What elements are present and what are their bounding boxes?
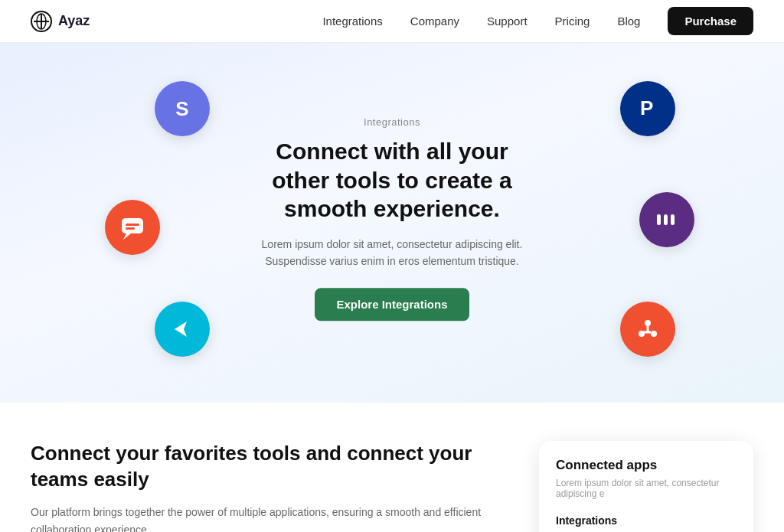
nav-pricing[interactable]: Pricing xyxy=(555,15,590,28)
svg-rect-12 xyxy=(657,214,661,218)
lower-left: Connect your favorites tools and connect… xyxy=(31,441,493,532)
svg-rect-11 xyxy=(671,214,675,225)
stripe-icon: S xyxy=(155,81,210,136)
integrations-hero: S P xyxy=(0,43,784,403)
svg-marker-6 xyxy=(123,233,131,240)
svg-point-15 xyxy=(645,320,651,326)
nav-company[interactable]: Company xyxy=(410,15,459,28)
lower-section: Connect your favorites tools and connect… xyxy=(0,403,784,532)
nav-blog[interactable]: Blog xyxy=(617,15,640,28)
hero-title: Connect with all your other tools to cre… xyxy=(254,137,530,224)
card-title: Connected apps xyxy=(556,458,737,473)
card-desc: Lorem ipsum dolor sit amet, consectetur … xyxy=(556,478,737,499)
logo-text: Ayaz xyxy=(58,13,90,29)
miio-icon xyxy=(639,192,694,247)
lower-description: Our platform brings together the power o… xyxy=(31,504,493,532)
hubspot-icon xyxy=(620,302,675,357)
svg-text:P: P xyxy=(640,96,653,119)
wise-icon xyxy=(155,302,210,357)
section-label: Integrations xyxy=(254,116,530,128)
svg-marker-13 xyxy=(175,321,187,337)
svg-rect-10 xyxy=(664,214,668,225)
svg-point-17 xyxy=(651,331,657,337)
paypal-icon: P xyxy=(620,81,675,136)
nav-links: Integrations Company Support Pricing Blo… xyxy=(322,15,640,28)
nav-integrations[interactable]: Integrations xyxy=(322,15,382,28)
svg-rect-8 xyxy=(126,227,135,230)
purchase-button[interactable]: Purchase xyxy=(668,7,753,35)
nav-support[interactable]: Support xyxy=(487,15,528,28)
card-section-label: Integrations xyxy=(556,514,737,527)
logo[interactable]: Ayaz xyxy=(31,11,90,32)
chat-icon xyxy=(105,200,160,255)
explore-integrations-button[interactable]: Explore Integrations xyxy=(315,289,469,321)
hero-center-content: Integrations Connect with all your other… xyxy=(254,116,530,321)
logo-icon xyxy=(31,11,52,32)
lower-title: Connect your favorites tools and connect… xyxy=(31,441,493,493)
hero-description: Lorem ipsum dolor sit amet, consectetur … xyxy=(254,236,530,270)
integrations-grid: S P xyxy=(47,73,737,364)
connected-card: Connected apps Lorem ipsum dolor sit ame… xyxy=(539,441,753,532)
lower-right: Connected apps Lorem ipsum dolor sit ame… xyxy=(539,441,753,532)
svg-rect-7 xyxy=(126,224,139,226)
navbar: Ayaz Integrations Company Support Pricin… xyxy=(0,0,784,43)
